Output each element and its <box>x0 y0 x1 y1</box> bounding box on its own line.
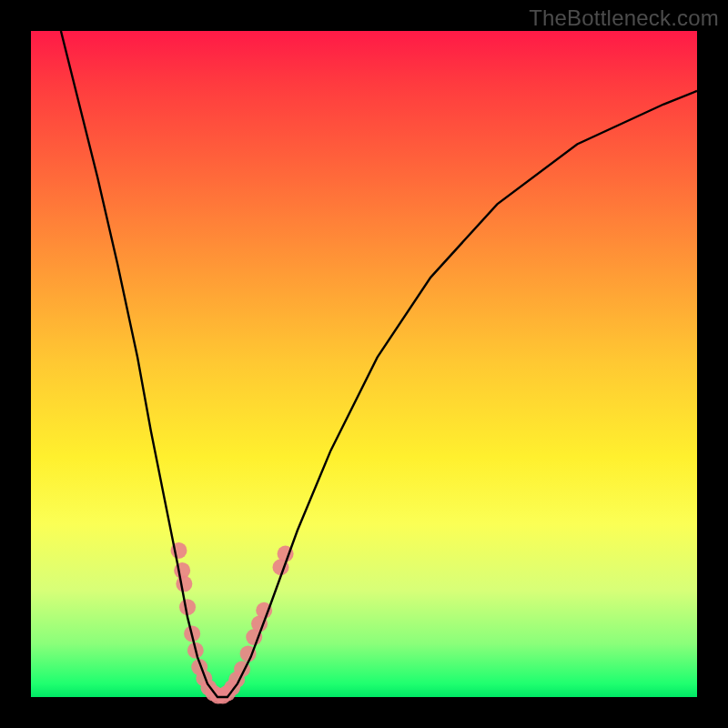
data-marker <box>176 576 192 592</box>
chart-frame: TheBottleneck.com <box>0 0 728 728</box>
bottleneck-curve <box>61 31 697 697</box>
plot-area <box>31 31 697 697</box>
chart-svg <box>31 31 697 697</box>
watermark-text: TheBottleneck.com <box>529 5 719 31</box>
